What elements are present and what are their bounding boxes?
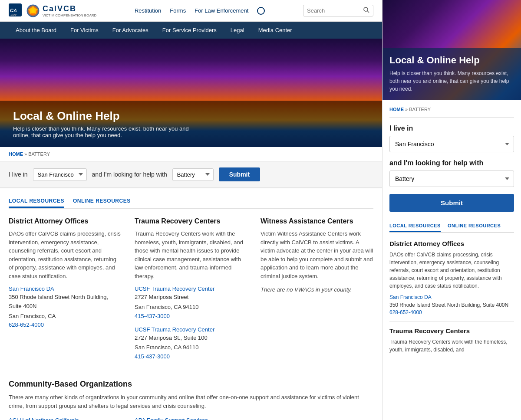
help-select[interactable]: Battery Assault Robbery Homicide (172, 168, 214, 181)
filter-submit-button[interactable]: Submit (219, 167, 260, 181)
sidebar-da-address: 350 Rhode Island Street North Building, … (389, 301, 514, 309)
community-title: Community-Based Organizations (9, 380, 373, 389)
sidebar-item-for-victims[interactable]: For Victims (63, 22, 106, 39)
community-col-2: APA Family Support Services 10 Nottingha… (135, 417, 247, 420)
sidebar-location-select-wrap: San Francisco Los Angeles San Diego Sacr… (389, 136, 514, 152)
breadcrumb-home[interactable]: HOME (9, 151, 23, 157)
da-description: DAOs offer CalVCB claims processing, cri… (9, 230, 122, 280)
community-description: There are many other kinds of organizati… (9, 393, 373, 410)
sidebar-breadcrumb-current: BATTERY (409, 107, 431, 112)
search-button[interactable] (360, 5, 373, 16)
witness-assistance-col: Witness Assistance Centers Victim Witnes… (260, 217, 373, 367)
district-attorney-col: District Attorney Offices DAOs offer Cal… (9, 217, 122, 367)
community-link-1[interactable]: ACLU of Northern California (9, 417, 122, 420)
wac-title: Witness Assistance Centers (260, 217, 373, 225)
sidebar-trc-title: Trauma Recovery Centers (389, 327, 514, 335)
da-phone[interactable]: 628-652-4000 (9, 322, 122, 328)
sidebar-da-entry: San Francisco DA 350 Rhode Island Street… (389, 294, 514, 315)
community-cols: ACLU of Northern California 39 Drumm Str… (9, 417, 373, 420)
search-input[interactable] (303, 6, 360, 16)
sidebar-da-section: District Attorney Offices DAOs offer Cal… (389, 240, 514, 315)
svg-point-4 (364, 7, 368, 11)
trauma-recovery-col: Trauma Recovery Centers Trauma Recovery … (135, 217, 247, 367)
breadcrumb-current: BATTERY (28, 151, 50, 157)
sidebar-breadcrumb: HOME » BATTERY (389, 107, 514, 118)
sidebar-location-select[interactable]: San Francisco Los Angeles San Diego Sacr… (389, 136, 514, 152)
trc-city-2: San Francisco, CA 94110 (135, 343, 247, 352)
sidebar-hero-content: Local & Online Help Help is closer than … (383, 48, 521, 100)
tabs: LOCAL RESOURCES ONLINE RESOURCES (9, 195, 373, 209)
da-entry-1: San Francisco DA 350 Rhode Island Street… (9, 285, 122, 328)
da-city: San Francisco, CA (9, 312, 122, 321)
hero-title: Local & Online Help (13, 109, 369, 123)
sidebar-help-select[interactable]: Battery Assault Robbery Homicide (389, 171, 514, 187)
header-nav: Restitution Forms For Law Enforcement (135, 7, 265, 15)
sidebar-da-link[interactable]: San Francisco DA (389, 294, 514, 300)
nav-law-enforcement[interactable]: For Law Enforcement (195, 7, 248, 14)
search-icon (363, 7, 369, 13)
trc-phone-1[interactable]: 415-437-3000 (135, 313, 247, 319)
main-navbar: About the Board For Victims For Advocate… (0, 22, 382, 39)
nav-forms[interactable]: Forms (170, 7, 186, 14)
tab-local-resources[interactable]: LOCAL RESOURCES (9, 195, 64, 208)
trc-entry-1: UCSF Trauma Recovery Center 2727 Maripos… (135, 285, 247, 319)
ca-logo-icon: CA .GOV (9, 3, 22, 16)
main-panel: CA .GOV CalVCB (0, 0, 382, 420)
hero-image: Local & Online Help Help is closer than … (0, 39, 382, 147)
sidebar-live-in-label: I live in (389, 125, 514, 132)
hero-description: Help is closer than you think. Many reso… (13, 125, 195, 138)
sidebar-item-about-board[interactable]: About the Board (9, 22, 63, 39)
sidebar-item-for-service-providers[interactable]: For Service Providers (155, 22, 224, 39)
calvcb-brand-name: CalVCB (43, 4, 96, 13)
sidebar-item-for-advocates[interactable]: For Advocates (106, 22, 155, 39)
trc-phone-2[interactable]: 415-437-3000 (135, 353, 247, 360)
nav-restitution[interactable]: Restitution (135, 7, 161, 14)
sidebar-breadcrumb-sep: » (405, 107, 408, 112)
sidebar-da-description: DAOs offer CalVCB claims processing, cri… (389, 251, 514, 290)
breadcrumb-separator: » (24, 151, 27, 157)
wac-description: Victim Witness Assistance Centers work d… (260, 230, 373, 280)
ca-gov-logo: CA .GOV (9, 3, 22, 18)
location-select[interactable]: San Francisco Los Angeles San Diego Sacr… (33, 168, 87, 181)
logo-area: CA .GOV CalVCB (9, 3, 96, 18)
hero-overlay: Local & Online Help Help is closer than … (0, 101, 382, 147)
sidebar-da-phone[interactable]: 628-652-4000 (389, 309, 514, 315)
community-section: Community-Based Organizations There are … (9, 380, 373, 420)
calvcb-brand-sub: Victim Compensation Board (43, 13, 96, 17)
da-link[interactable]: San Francisco DA (9, 285, 122, 292)
breadcrumb: HOME » BATTERY (0, 147, 382, 161)
sidebar: Local & Online Help Help is closer than … (382, 0, 521, 420)
sidebar-da-title: District Attorney Offices (389, 240, 514, 247)
trc-link-1[interactable]: UCSF Trauma Recovery Center (135, 285, 247, 292)
sidebar-item-legal[interactable]: Legal (224, 22, 251, 39)
svg-line-5 (367, 11, 369, 13)
sidebar-submit-button[interactable]: Submit (389, 194, 514, 212)
content-area: LOCAL RESOURCES ONLINE RESOURCES Distric… (0, 188, 382, 420)
calvcb-logo: CalVCB Victim Compensation Board (26, 4, 96, 18)
sidebar-tab-online[interactable]: ONLINE RESOURCES (448, 220, 501, 232)
site-header: CA .GOV CalVCB (0, 0, 382, 22)
globe-icon[interactable] (257, 7, 265, 15)
sidebar-item-media-center[interactable]: Media Center (251, 22, 299, 39)
tab-online-resources[interactable]: ONLINE RESOURCES (73, 195, 131, 208)
trc-address-2: 2727 Mariposa St., Suite 100 (135, 334, 247, 343)
search-box (303, 5, 373, 16)
svg-text:.GOV: .GOV (10, 13, 17, 16)
sidebar-body: HOME » BATTERY I live in San Francisco L… (383, 100, 521, 365)
trc-description: Trauma Recovery Centers work with the ho… (135, 230, 247, 280)
sidebar-hero-title: Local & Online Help (389, 55, 514, 66)
sidebar-looking-label: and I'm looking for help with (389, 159, 514, 167)
trc-city-1: San Francisco, CA 94110 (135, 303, 247, 312)
community-col-3 (260, 417, 373, 420)
community-link-2[interactable]: APA Family Support Services (135, 417, 247, 420)
resource-columns: District Attorney Offices DAOs offer Cal… (9, 217, 373, 367)
wac-no-entries: There are no VWACs in your county. (260, 285, 373, 294)
da-address: 350 Rhode Island Street North Building, … (9, 293, 122, 311)
sidebar-help-select-wrap: Battery Assault Robbery Homicide (389, 171, 514, 187)
filter-bar: I live in San Francisco Los Angeles San … (0, 161, 382, 188)
sidebar-tab-local[interactable]: LOCAL RESOURCES (389, 220, 441, 232)
sidebar-breadcrumb-home[interactable]: HOME (389, 107, 404, 112)
trc-title: Trauma Recovery Centers (135, 217, 247, 225)
sidebar-hero: Local & Online Help Help is closer than … (383, 0, 521, 100)
trc-link-2[interactable]: UCSF Trauma Recovery Center (135, 326, 247, 333)
